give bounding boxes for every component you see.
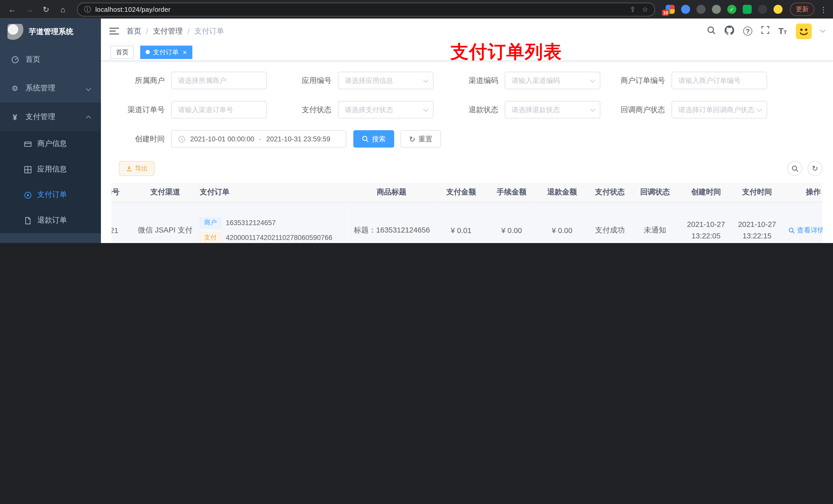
col-channel: 支付渠道 [136,183,194,202]
col-create-time: 创建时间 [679,183,733,202]
sidebar-item-system[interactable]: ⚙ 系统管理 [0,74,101,102]
github-icon[interactable] [724,25,734,37]
tab-home[interactable]: 首页 [111,45,134,58]
sidebar-item-home[interactable]: 首页 [0,45,101,74]
chevron-up-icon [86,115,91,121]
table-row[interactable]: 121 微信 JSAPI 支付 商户1635312124657 支付420000… [112,202,823,243]
filter-label: 渠道编码 [445,76,505,85]
date-separator: - [259,135,262,143]
profile-avatar-icon[interactable] [774,5,783,14]
chevron-down-icon [86,86,91,91]
back-icon[interactable]: ← [5,2,19,16]
extension-grid-icon[interactable]: 10 [666,5,675,14]
view-detail-link[interactable]: 查看详情 [788,225,823,235]
toggle-search-button[interactable] [787,161,802,176]
extension-chat-icon[interactable] [743,5,752,14]
date-start: 2021-10-01 00:00:00 [190,135,254,143]
reload-icon[interactable]: ↻ [39,2,53,16]
col-title: 商品标题 [349,183,435,202]
refresh-icon: ↻ [812,164,818,173]
user-avatar[interactable] [796,23,812,39]
sidebar-item-infrastructure[interactable]: 基础设施 [0,233,101,243]
forward-icon[interactable]: → [22,2,36,16]
filter-label: 商户订单编号 [612,76,671,85]
extension-pin-icon[interactable] [758,5,767,14]
active-dot-icon [145,50,150,54]
col-pay-time: 支付时间 [733,183,781,202]
site-info-icon[interactable]: ⓘ [84,5,91,14]
grid-icon [23,165,32,173]
sidebar-item-app-info[interactable]: 应用信息 [0,157,101,182]
sidebar-item-merchant-info[interactable]: 商户信息 [0,131,101,157]
pay-status: 支付成功 [589,202,631,243]
extension-dark-icon[interactable] [696,5,706,14]
sidebar-item-label: 商户信息 [37,139,67,148]
download-icon [126,165,133,172]
app-select[interactable]: 请选择应用信息 [338,72,433,89]
avatar-caret-icon[interactable] [820,27,825,33]
pay-tag: 支付 [200,232,221,243]
extension-blue-icon[interactable] [681,5,690,14]
col-fee-amount: 手续金额 [488,183,536,202]
app-window: 芋道管理系统 首页 ⚙ 系统管理 ¥ 支付管理 [0,19,833,243]
chevron-down-icon [590,77,595,82]
sidebar-item-label: 支付管理 [26,112,55,122]
merchant-input[interactable] [171,72,267,89]
sidebar-item-payment[interactable]: ¥ 支付管理 [0,102,101,131]
notify-status-select[interactable]: 请选择订单回调商户状态 [672,101,767,118]
channel-code-select[interactable]: 请输入渠道编码 [505,72,600,89]
pay-time: 2021-10-2713:22:15 [733,219,781,242]
bookmark-star-icon[interactable]: ☆ [642,5,648,13]
fullscreen-icon[interactable] [761,26,769,36]
export-button[interactable]: 导出 [119,161,155,176]
collapse-sidebar-icon[interactable] [110,27,119,35]
pay-status-select[interactable]: 请选择支付状态 [338,101,433,118]
extension-check-icon[interactable]: ✓ [727,5,736,14]
sidebar-item-label: 支付订单 [37,190,67,199]
chevron-down-icon [590,106,595,112]
close-icon[interactable]: × [183,49,187,55]
pay-amount: ¥ 0.01 [435,202,488,243]
tab-pay-order[interactable]: 支付订单 × [140,45,192,58]
extension-gray-icon[interactable] [712,5,721,14]
sidebar-item-pay-order[interactable]: 支付订单 [0,182,101,208]
app-logo[interactable]: 芋道管理系统 [0,19,101,45]
chevron-down-icon [423,77,429,82]
share-icon[interactable]: ⇪ [630,5,636,13]
payment-submenu: 商户信息 应用信息 支付订单 [0,131,101,233]
extensions-area: 10 ✓ [666,5,783,14]
sidebar: 芋道管理系统 首页 ⚙ 系统管理 ¥ 支付管理 [0,19,101,243]
filter-label: 退款状态 [445,105,505,115]
tab-label: 首页 [116,48,128,56]
refund-status-select[interactable]: 请选择退款状态 [505,101,600,118]
table-header-row: 编号 支付渠道 支付订单 商品标题 支付金额 手续金额 退款金额 支付状态 回调… [112,183,823,202]
breadcrumb: 首页 / 支付管理 / 支付订单 [126,26,224,36]
help-icon[interactable]: ? [743,27,752,35]
breadcrumb-pay-manage[interactable]: 支付管理 [153,26,183,36]
search-button[interactable]: 搜索 [353,130,394,147]
sidebar-item-refund-order[interactable]: 退款订单 [0,208,101,233]
reset-button[interactable]: ↻ 重置 [401,130,441,147]
address-bar[interactable]: ⓘ localhost:1024/pay/order ⇪ ☆ [77,2,655,16]
sidebar-item-label: 首页 [26,55,41,64]
search-icon[interactable] [707,26,716,37]
filter-label: 回调商户状态 [612,105,671,115]
breadcrumb-home[interactable]: 首页 [126,26,141,36]
breadcrumb-current: 支付订单 [194,26,224,36]
font-size-icon[interactable]: TT [779,26,787,36]
browser-update-button[interactable]: 更新 [790,3,814,16]
create-time-range-picker[interactable]: 2021-10-01 00:00:00 - 2021-10-31 23:59:5… [171,130,346,147]
merchant-order-input[interactable] [672,72,767,89]
url-text[interactable]: localhost:1024/pay/order [95,6,623,13]
orders-table: 编号 支付渠道 支付订单 商品标题 支付金额 手续金额 退款金额 支付状态 回调… [112,183,823,243]
channel-order-input[interactable] [171,101,267,118]
refresh-table-button[interactable]: ↻ [807,161,822,176]
browser-menu-icon[interactable]: ⋮ [820,5,828,14]
breadcrumb-separator: / [188,27,190,35]
home-icon[interactable]: ⌂ [56,2,70,16]
order-id: 121 [112,202,136,243]
card-icon [23,140,32,148]
chevron-down-icon [423,106,429,112]
notify-status: 未通知 [631,202,679,243]
filter-label: 应用编号 [279,76,338,85]
